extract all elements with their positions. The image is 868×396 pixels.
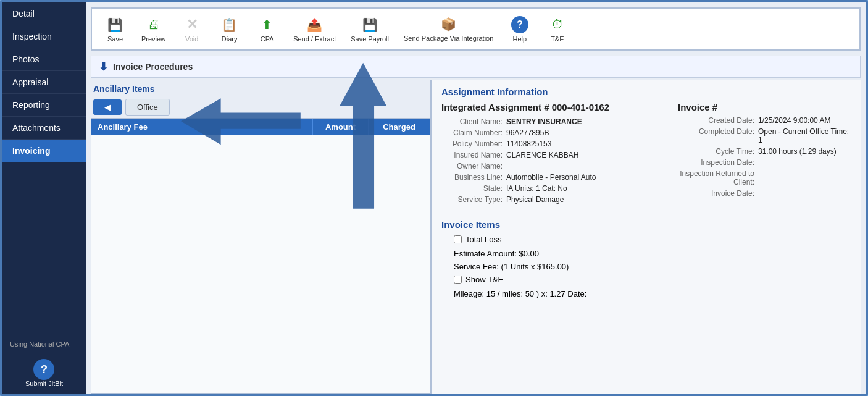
send-package-icon: 📦 bbox=[440, 15, 457, 33]
preview-icon: 🖨 bbox=[145, 16, 162, 33]
left-panel: Ancillary Items ◀ Office A bbox=[91, 80, 430, 394]
sidebar-item-appraisal[interactable]: Appraisal bbox=[2, 71, 86, 94]
toolbar: 💾 Save 🖨 Preview ✕ Void 📋 Diary bbox=[91, 7, 861, 51]
assignment-title: Integrated Assignment # 000-401-0162 bbox=[441, 102, 666, 112]
table-header: Ancillary Fee Amount Charged bbox=[91, 119, 430, 135]
sidebar: Detail Inspection Photos Appraisal Repor… bbox=[2, 2, 86, 394]
estimate-amount-row: Estimate Amount: $0.00 bbox=[454, 249, 851, 258]
rate-label: ) x: 1.27 bbox=[536, 289, 565, 298]
field-state: State: IA Units: 1 Cat: No bbox=[441, 184, 666, 193]
field-invoice-date: Invoice Date: bbox=[678, 189, 851, 198]
main-content: 💾 Save 🖨 Preview ✕ Void 📋 Diary bbox=[86, 2, 866, 394]
assignment-info-left: Integrated Assignment # 000-401-0162 Cli… bbox=[441, 102, 666, 206]
preview-button[interactable]: 🖨 Preview bbox=[136, 13, 171, 46]
sidebar-item-detail[interactable]: Detail bbox=[2, 2, 86, 25]
tab-office-button[interactable]: Office bbox=[125, 99, 170, 116]
sidebar-item-reporting[interactable]: Reporting bbox=[2, 94, 86, 117]
field-created-date: Created Date: 1/25/2024 9:00:00 AM bbox=[678, 116, 851, 125]
field-service-type: Service Type: Physical Damage bbox=[441, 195, 666, 204]
send-extract-icon: 📤 bbox=[306, 16, 323, 33]
assignment-section-title: Assignment Information bbox=[441, 86, 851, 97]
miles-label: / miles: 50 bbox=[498, 289, 534, 298]
field-cycle-time: Cycle Time: 31.00 hours (1.29 days) bbox=[678, 147, 851, 156]
field-claim-number: Claim Number: 96A277895B bbox=[441, 128, 666, 137]
estimate-amount-label: Estimate Amount: $0.00 bbox=[454, 249, 539, 258]
field-business-line: Business Line: Automobile - Personal Aut… bbox=[441, 173, 666, 182]
field-completed-date: Completed Date: Open - Current Office Ti… bbox=[678, 127, 851, 145]
show-te-checkbox[interactable] bbox=[454, 276, 462, 284]
col-amount: Amount bbox=[312, 119, 368, 135]
col-ancillary-fee: Ancillary Fee bbox=[91, 119, 312, 135]
field-inspection-date: Inspection Date: bbox=[678, 158, 851, 167]
invoice-items-section: Invoice Items Total Loss Estimate Amount… bbox=[441, 219, 851, 298]
col-charged: Charged bbox=[368, 119, 430, 135]
cpa-button[interactable]: ⬆ CPA bbox=[250, 13, 284, 46]
field-inspection-returned: Inspection Returned to Client: bbox=[678, 169, 851, 187]
tab-row: ◀ Office bbox=[91, 98, 430, 118]
sidebar-item-attachments[interactable]: Attachments bbox=[2, 117, 86, 140]
total-loss-label: Total Loss bbox=[465, 235, 502, 244]
invoice-procedures-bar: ⬇ Invoice Procedures bbox=[91, 56, 861, 78]
date-label: Date: bbox=[567, 289, 586, 298]
tab-back-button[interactable]: ◀ bbox=[93, 99, 122, 115]
ancillary-items-header: Ancillary Items bbox=[91, 80, 430, 98]
show-te-row: Show T&E bbox=[454, 275, 851, 284]
field-owner-name: Owner Name: bbox=[441, 162, 666, 171]
invoice-procedures-label: Invoice Procedures bbox=[113, 62, 193, 72]
service-fee-label: Service Fee: (1 Units x $165.00) bbox=[454, 262, 569, 271]
submit-jitbit-button[interactable]: ? Submit JitBit bbox=[25, 359, 63, 387]
divider bbox=[441, 213, 851, 213]
right-panel: Assignment Information Integrated Assign… bbox=[430, 80, 861, 394]
ancillary-table: Ancillary Fee Amount Charged bbox=[91, 118, 430, 394]
total-loss-row: Total Loss bbox=[454, 235, 851, 244]
table-body bbox=[91, 135, 430, 393]
total-loss-checkbox[interactable] bbox=[454, 235, 462, 243]
invoice-items-title: Invoice Items bbox=[441, 219, 851, 230]
void-icon: ✕ bbox=[183, 16, 201, 33]
sidebar-item-inspection[interactable]: Inspection bbox=[2, 25, 86, 48]
assignment-info-columns: Integrated Assignment # 000-401-0162 Cli… bbox=[441, 102, 851, 206]
field-client-name: Client Name: SENTRY INSURANCE bbox=[441, 117, 666, 126]
mileage-label: Mileage: 15 bbox=[454, 289, 495, 298]
send-extract-button[interactable]: 📤 Send / Extract bbox=[288, 13, 341, 46]
save-icon: 💾 bbox=[107, 16, 124, 33]
invoice-info-right: Invoice # Created Date: 1/25/2024 9:00:0… bbox=[678, 102, 851, 206]
field-policy-number: Policy Number: 11408825153 bbox=[441, 140, 666, 148]
sidebar-item-invoicing[interactable]: Invoicing bbox=[2, 140, 86, 162]
void-button[interactable]: ✕ Void bbox=[175, 13, 209, 46]
invoice-number-label: Invoice # bbox=[678, 102, 851, 112]
using-national-cpa-label: Using National CPA bbox=[2, 335, 86, 353]
save-button[interactable]: 💾 Save bbox=[98, 13, 132, 46]
content-columns: Ancillary Items ◀ Office A bbox=[91, 80, 861, 394]
help-icon: ? bbox=[511, 16, 528, 33]
save-payroll-button[interactable]: 💾 Save Payroll bbox=[345, 13, 394, 46]
mileage-row: Mileage: 15 / miles: 50 ) x: 1.27 Date: bbox=[454, 289, 851, 298]
service-fee-row: Service Fee: (1 Units x $165.00) bbox=[454, 262, 851, 271]
te-icon: ⏱ bbox=[549, 16, 566, 33]
show-te-label: Show T&E bbox=[465, 275, 503, 284]
invoice-procedures-icon: ⬇ bbox=[99, 60, 108, 74]
field-insured-name: Insured Name: CLARENCE KABBAH bbox=[441, 151, 666, 159]
te-button[interactable]: ⏱ T&E bbox=[540, 13, 574, 46]
help-button[interactable]: ? Help bbox=[503, 13, 536, 46]
cpa-icon: ⬆ bbox=[259, 16, 276, 33]
save-payroll-icon: 💾 bbox=[361, 16, 378, 33]
send-package-button[interactable]: 📦 Send Package Via Integration bbox=[398, 12, 499, 46]
sidebar-item-photos[interactable]: Photos bbox=[2, 48, 86, 71]
diary-button[interactable]: 📋 Diary bbox=[212, 13, 246, 46]
jitbit-icon: ? bbox=[33, 359, 54, 380]
diary-icon: 📋 bbox=[221, 16, 238, 33]
